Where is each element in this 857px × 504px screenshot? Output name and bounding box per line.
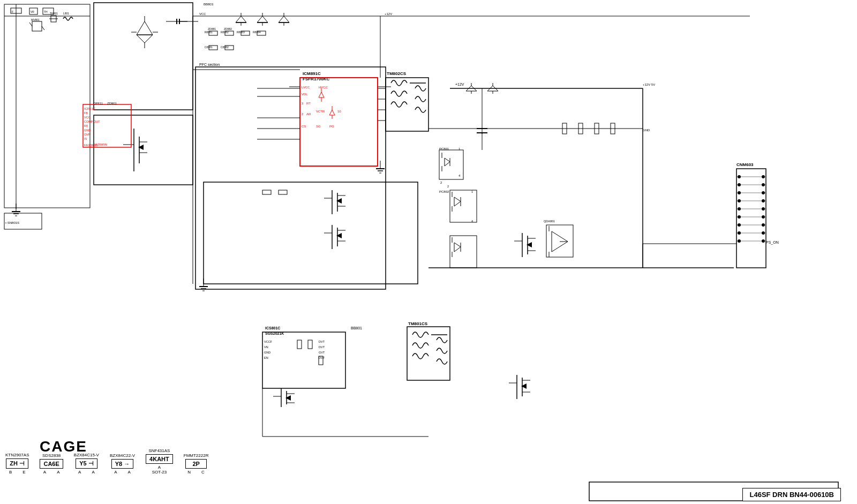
legend-label-n: N	[187, 470, 191, 475]
svg-text:DPF11: DPF11	[94, 102, 103, 105]
svg-text:TM802CS: TM802CS	[387, 71, 407, 76]
svg-text:ICS801C: ICS801C	[265, 326, 280, 330]
svg-text:DVT: DVT	[319, 356, 325, 359]
svg-text:C8881: C8881	[205, 46, 213, 49]
svg-text:HVCC: HVCC	[319, 86, 328, 89]
legend-part-fmmt: FMMT2222R	[184, 453, 209, 458]
svg-text:C8882: C8882	[221, 46, 229, 49]
legend-label-a1: A	[43, 470, 46, 475]
legend-label-a2: A	[57, 470, 59, 475]
svg-text:TH: TH	[44, 10, 48, 13]
legend-label-a3: A	[78, 470, 81, 475]
svg-text:PS_ON: PS_ON	[766, 240, 779, 245]
svg-text:1: 1	[471, 190, 473, 193]
svg-text:• SN801S: • SN801S	[5, 221, 19, 224]
svg-text:VN: VN	[264, 345, 268, 349]
svg-point-145	[738, 199, 741, 202]
svg-text:+12V: +12V	[455, 82, 464, 86]
svg-point-152	[762, 223, 765, 227]
svg-text:VR: VR	[31, 10, 34, 13]
svg-text:DVT: DVT	[319, 340, 325, 343]
legend-sds2838: SDS2838 CA6E A A	[40, 453, 63, 475]
svg-rect-0	[0, 0, 857, 504]
svg-text:R8881: R8881	[205, 31, 213, 34]
legend-label-c: C	[201, 470, 205, 475]
legend-part-bzx15: BZX84C15-V	[74, 453, 99, 457]
svg-text:CNM603: CNM603	[736, 162, 754, 167]
legend-label-a6: A	[128, 470, 131, 475]
svg-text:PG: PG	[329, 125, 334, 128]
legend-fmmt2222r: FMMT2222R 2P N C	[184, 453, 209, 475]
svg-text:COMP OUT: COMP OUT	[84, 120, 100, 123]
svg-text:MV801: MV801	[31, 18, 40, 21]
svg-text:EN: EN	[264, 356, 268, 359]
svg-point-150	[762, 215, 765, 219]
schematic-svg: F VR TH	[0, 0, 857, 504]
legend-sot23: SOT-23	[152, 470, 167, 475]
legend-part-snf: SNF431AS	[148, 448, 170, 453]
svg-text:GND: GND	[643, 129, 650, 132]
legend-bzx84c22: BZX84C22-V Y8 → A A	[110, 453, 135, 475]
legend-label-a4: A	[92, 470, 94, 475]
svg-text:+12V 5V: +12V 5V	[643, 83, 655, 86]
svg-text:4: 4	[471, 220, 473, 223]
svg-text:2: 2	[447, 185, 449, 188]
svg-text:VCC: VCC	[199, 12, 206, 16]
title-block: L46SF DRN BN44-00610B	[742, 488, 841, 501]
svg-point-147	[738, 207, 741, 210]
svg-point-140	[762, 175, 765, 178]
svg-text:SGS2021K: SGS2021K	[265, 332, 284, 335]
legend-part-bzx22: BZX84C22-V	[110, 453, 135, 458]
svg-text:R8883: R8883	[237, 31, 245, 34]
svg-point-144	[762, 191, 765, 194]
svg-point-151	[738, 223, 741, 227]
svg-point-148	[762, 207, 765, 210]
svg-point-154	[762, 231, 765, 235]
svg-text:R8882: R8882	[221, 31, 229, 34]
svg-text:RT: RT	[84, 124, 88, 127]
legend-sym-bzx22: Y8 →	[111, 459, 134, 469]
svg-point-156	[762, 239, 765, 243]
svg-point-153	[738, 231, 741, 235]
svg-text:L801: L801	[63, 12, 69, 15]
schematic-container: F VR TH	[0, 0, 857, 504]
svg-text:BB801: BB801	[351, 326, 362, 330]
svg-text:LVCC: LVCC	[302, 86, 310, 89]
legend-sym-snf: 4KAHT	[146, 454, 173, 464]
svg-text:TM801CS: TM801CS	[408, 321, 428, 326]
svg-text:R8884: R8884	[253, 31, 261, 34]
legend-sym-ktn: ZH ⊣	[6, 458, 28, 469]
legend-label-a7: A	[158, 465, 161, 470]
legend-snf431as: SNF431AS 4KAHT A SOT-23	[146, 448, 173, 475]
svg-text:AR: AR	[306, 112, 311, 116]
legend-sym-bzx15: Y5 ⊣	[76, 458, 97, 469]
svg-text:VCTR: VCTR	[316, 110, 325, 113]
svg-text:CS: CS	[302, 125, 306, 128]
svg-text:+12V: +12V	[385, 12, 392, 16]
svg-text:ZD901: ZD901	[107, 102, 117, 105]
legend-sym-fmmt: 2P	[185, 459, 207, 469]
svg-text:VCCF: VCCF	[264, 340, 273, 343]
svg-text:BB803: BB803	[204, 3, 214, 6]
svg-text:DVT: DVT	[319, 345, 325, 349]
legend-label-a5: A	[114, 470, 117, 475]
svg-text:PC802: PC802	[439, 190, 449, 193]
svg-point-143	[738, 191, 741, 194]
svg-text:RT: RT	[306, 102, 311, 105]
svg-text:FA3595N: FA3595N	[94, 143, 107, 146]
svg-text:GND: GND	[264, 351, 270, 354]
svg-point-139	[738, 175, 741, 178]
svg-point-155	[738, 239, 741, 243]
svg-text:FSFR1700KC: FSFR1700KC	[303, 77, 329, 81]
component-legend: KTN2907AS ZH ⊣ B E SDS2838 CA6E A A BZX8…	[5, 448, 208, 475]
svg-text:VCC: VCC	[84, 116, 91, 119]
legend-label-b: B	[9, 470, 12, 475]
svg-text:PC801: PC801	[439, 147, 449, 151]
legend-part-ktn: KTN2907AS	[5, 453, 29, 457]
svg-text:FB: FB	[84, 111, 88, 115]
svg-text:GND: GND	[84, 129, 91, 132]
svg-point-141	[738, 183, 741, 186]
svg-text:F: F	[12, 10, 13, 13]
svg-text:VDL: VDL	[302, 93, 308, 96]
svg-text:GVT: GVT	[319, 351, 325, 354]
